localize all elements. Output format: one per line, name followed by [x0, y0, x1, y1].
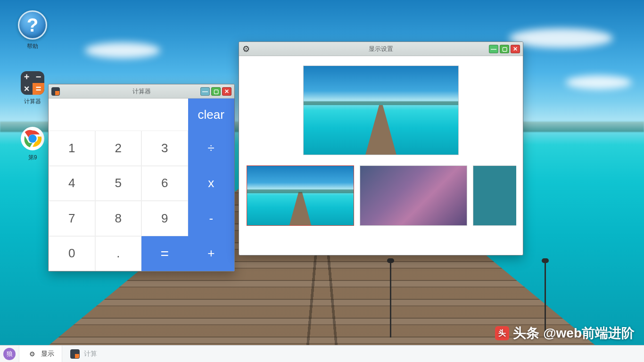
calculator-display-area — [49, 99, 188, 131]
key-divide[interactable]: ÷ — [188, 131, 235, 166]
help-shortcut[interactable]: ? 帮助 — [16, 10, 49, 50]
key-9[interactable]: 9 — [141, 201, 188, 236]
key-0[interactable]: 0 — [49, 236, 95, 272]
taskbar-item-display[interactable]: ⚙ 显示 — [19, 346, 62, 362]
watermark: 头 头条 @web前端进阶 — [495, 324, 635, 342]
chrome-shortcut[interactable]: 第9 — [16, 126, 49, 162]
key-subtract[interactable]: - — [188, 201, 235, 236]
watermark-logo-icon: 头 — [495, 326, 509, 340]
display-settings-title: 显示设置 — [239, 45, 523, 53]
calculator-keypad: clear 1 2 3 ÷ 4 5 6 x 7 8 9 - 0 . = + — [49, 99, 234, 271]
key-7[interactable]: 7 — [49, 201, 95, 236]
key-clear[interactable]: clear — [188, 99, 235, 131]
chrome-icon — [20, 126, 45, 151]
calculator-label: 计算器 — [24, 98, 41, 106]
close-button[interactable]: ✕ — [222, 87, 231, 96]
gear-icon: ⚙ — [242, 45, 250, 53]
start-button[interactable]: 狼 — [0, 346, 19, 362]
taskbar-item-label: 显示 — [41, 350, 54, 358]
wallpaper-preview — [303, 66, 459, 155]
taskbar-item-calculator[interactable]: 计算 — [62, 346, 105, 362]
wallpaper-thumb-teal[interactable] — [473, 165, 516, 226]
key-add[interactable]: + — [188, 236, 235, 272]
key-decimal[interactable]: . — [95, 236, 142, 272]
key-3[interactable]: 3 — [141, 131, 188, 166]
key-equals[interactable]: = — [141, 236, 188, 272]
calculator-icon — [70, 349, 80, 359]
key-5[interactable]: 5 — [95, 166, 142, 201]
help-label: 帮助 — [27, 42, 38, 50]
key-4[interactable]: 4 — [49, 166, 95, 201]
calculator-titlebar-icon — [51, 87, 60, 96]
maximize-button[interactable]: ▢ — [500, 45, 509, 53]
maximize-button[interactable]: ▢ — [211, 87, 221, 96]
start-icon: 狼 — [3, 348, 16, 360]
taskbar: 狼 ⚙ 显示 计算 — [0, 345, 644, 362]
taskbar-item-label: 计算 — [84, 350, 97, 358]
wallpaper-thumb-beach[interactable] — [247, 165, 354, 226]
calculator-shortcut[interactable]: +−×= 计算器 — [16, 71, 49, 106]
wallpaper-thumb-gradient[interactable] — [360, 165, 467, 226]
key-1[interactable]: 1 — [49, 131, 95, 166]
close-button[interactable]: ✕ — [511, 45, 520, 53]
help-icon: ? — [18, 10, 47, 40]
display-settings-window: ⚙ 显示设置 — ▢ ✕ — [239, 41, 523, 255]
calculator-window: 计算器 — ▢ ✕ clear 1 2 3 ÷ 4 5 6 x 7 8 9 - … — [48, 84, 235, 272]
watermark-text: 头条 @web前端进阶 — [513, 324, 635, 342]
chrome-label: 第9 — [28, 154, 37, 162]
calculator-icon: +−×= — [21, 71, 44, 95]
minimize-button[interactable]: — — [200, 87, 210, 96]
key-2[interactable]: 2 — [95, 131, 142, 166]
key-6[interactable]: 6 — [141, 166, 188, 201]
gear-icon: ⚙ — [27, 349, 37, 359]
wallpaper-thumbnails[interactable] — [246, 165, 516, 227]
minimize-button[interactable]: — — [489, 45, 498, 53]
desktop-icons: ? 帮助 +−×= 计算器 第9 — [16, 10, 49, 182]
key-8[interactable]: 8 — [95, 201, 142, 236]
display-settings-titlebar[interactable]: ⚙ 显示设置 — ▢ ✕ — [239, 42, 523, 56]
calculator-titlebar[interactable]: 计算器 — ▢ ✕ — [49, 84, 234, 99]
key-multiply[interactable]: x — [188, 166, 235, 201]
